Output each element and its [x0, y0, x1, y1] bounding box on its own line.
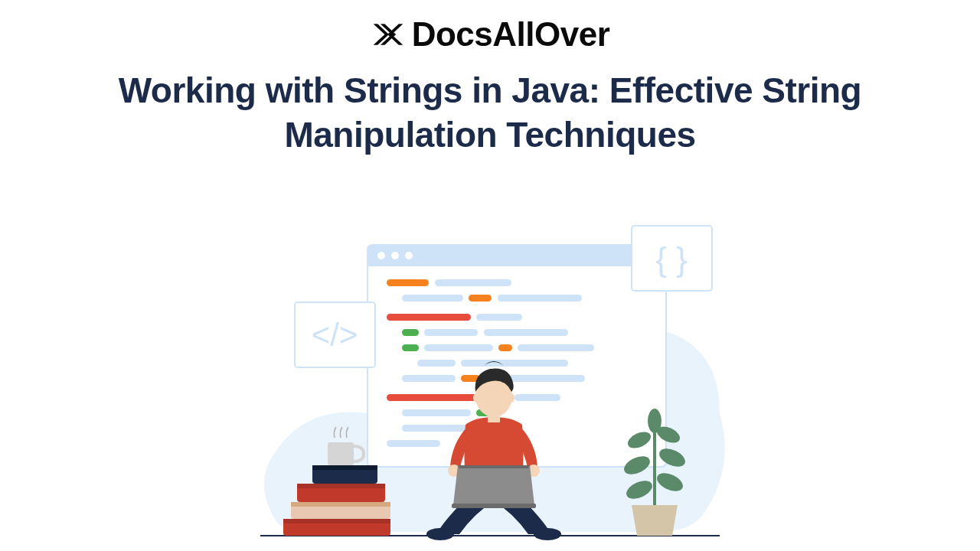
programmer-illustration: </> { }: [214, 191, 766, 551]
brand-name: DocsAllOver: [412, 15, 610, 54]
svg-rect-27: [402, 409, 471, 416]
curly-braces-icon: { }: [655, 240, 688, 278]
svg-rect-14: [424, 329, 478, 336]
svg-rect-7: [435, 279, 511, 286]
svg-point-50: [426, 528, 454, 540]
svg-point-51: [534, 528, 561, 540]
svg-rect-12: [476, 314, 522, 321]
svg-rect-15: [484, 329, 568, 336]
header: DocsAllOver: [0, 0, 980, 55]
svg-rect-13: [402, 329, 419, 336]
code-brackets-badge: </>: [295, 302, 375, 367]
svg-rect-20: [417, 360, 456, 367]
svg-rect-19: [518, 344, 594, 351]
svg-point-3: [377, 252, 385, 259]
svg-rect-2: [368, 262, 666, 266]
svg-rect-16: [402, 344, 419, 351]
double-x-icon: [371, 17, 406, 52]
svg-rect-36: [291, 502, 390, 507]
svg-rect-41: [328, 442, 354, 465]
svg-rect-26: [514, 394, 560, 401]
svg-rect-38: [297, 484, 385, 488]
svg-rect-6: [387, 279, 429, 286]
svg-rect-34: [283, 519, 390, 523]
svg-point-49: [648, 409, 662, 433]
svg-rect-18: [498, 344, 512, 351]
brand-logo: DocsAllOver: [371, 15, 610, 54]
svg-rect-30: [387, 440, 440, 447]
svg-rect-8: [402, 295, 463, 302]
svg-point-4: [391, 252, 399, 259]
svg-point-56: [473, 393, 479, 403]
svg-rect-11: [387, 314, 471, 321]
svg-point-57: [508, 393, 514, 403]
svg-rect-9: [469, 295, 492, 302]
svg-point-5: [405, 252, 413, 259]
angle-brackets-icon: </>: [312, 317, 358, 353]
svg-rect-22: [402, 375, 456, 382]
curly-braces-badge: { }: [632, 226, 712, 291]
svg-rect-40: [312, 465, 377, 470]
page-title: Working with Strings in Java: Effective …: [0, 69, 980, 157]
svg-rect-10: [498, 295, 582, 302]
svg-rect-21: [461, 360, 568, 367]
svg-rect-58: [452, 504, 536, 508]
svg-rect-17: [424, 344, 493, 351]
